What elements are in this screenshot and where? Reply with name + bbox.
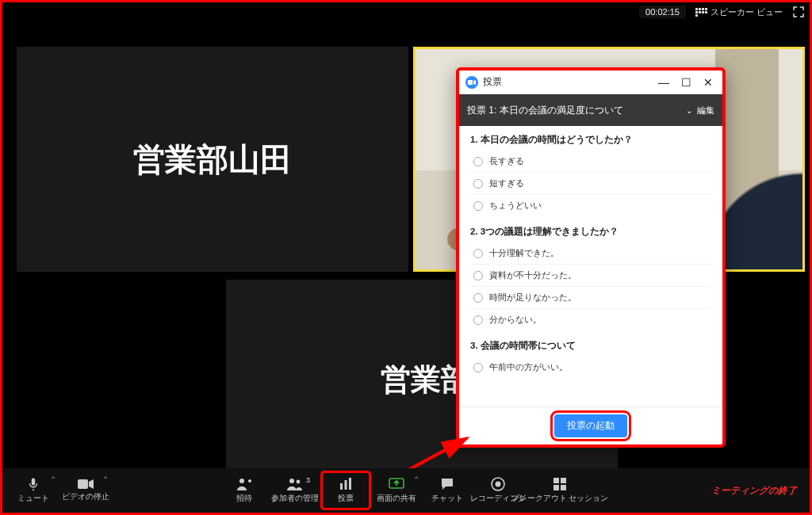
radio-icon — [473, 271, 483, 280]
speaker-view-button[interactable]: スピーカー ビュー — [691, 5, 787, 20]
participant-tile[interactable]: 営業部山田 — [17, 47, 408, 272]
meeting-timer: 00:02:15 — [639, 6, 686, 18]
radio-icon — [473, 315, 483, 325]
poll-option[interactable]: 分からない。 — [470, 309, 711, 330]
poll-option[interactable]: 午前中の方がいい。 — [470, 357, 711, 378]
radio-icon — [473, 157, 483, 166]
manage-participants-button[interactable]: 3 参加者の管理 — [270, 471, 320, 509]
question-title: 2. 3つの議題は理解できましたか？ — [470, 226, 711, 238]
maximize-button[interactable]: ☐ — [675, 71, 697, 93]
zoom-meeting-window: 00:02:15 スピーカー ビュー 営業部山田 営業部鈴: 投票 — [0, 0, 812, 515]
top-bar: 00:02:15 スピーカー ビュー — [2, 2, 810, 21]
poll-window-title: 投票 — [483, 75, 653, 89]
svg-point-4 — [297, 480, 301, 484]
chat-button[interactable]: チャット — [423, 471, 472, 509]
speaker-view-label: スピーカー ビュー — [710, 6, 783, 18]
question-title: 3. 会議の時間帯について — [470, 340, 711, 352]
polls-button[interactable]: 投票 — [321, 471, 370, 509]
radio-icon — [473, 201, 483, 211]
zoom-logo-icon — [465, 76, 478, 89]
svg-rect-5 — [340, 483, 343, 490]
svg-rect-11 — [553, 478, 559, 483]
poll-question: 2. 3つの議題は理解できましたか？ 十分理解できた。 資料が不十分だった。 時… — [470, 226, 711, 330]
svg-rect-14 — [561, 485, 566, 490]
edit-poll-button[interactable]: 編集 — [697, 105, 714, 116]
poll-option[interactable]: 長すぎる — [470, 151, 711, 173]
launch-poll-button[interactable]: 投票の起動 — [554, 414, 627, 437]
svg-rect-6 — [345, 480, 347, 490]
share-screen-button[interactable]: ^ 画面の共有 — [372, 471, 421, 509]
poll-question: 1. 本日の会議の時間はどうでしたか？ 長すぎる 短すぎる ちょうどいい — [470, 134, 711, 216]
poll-option[interactable]: 時間が足りなかった。 — [470, 287, 711, 309]
poll-question: 3. 会議の時間帯について 午前中の方がいい。 — [470, 340, 711, 378]
poll-window: 投票 — ☐ ✕ 投票 1: 本日の会議の満足度について ⌄ 編集 1. 本日の… — [456, 67, 726, 448]
radio-icon — [473, 363, 483, 372]
chevron-down-icon[interactable]: ⌄ — [686, 106, 692, 115]
poll-footer: 投票の起動 — [459, 406, 722, 444]
chevron-up-icon: ^ — [415, 475, 418, 482]
radio-icon — [473, 249, 483, 258]
participant-count: 3 — [306, 476, 310, 484]
poll-option[interactable]: 資料が不十分だった。 — [470, 265, 711, 287]
poll-body: 1. 本日の会議の時間はどうでしたか？ 長すぎる 短すぎる ちょうどいい 2. … — [459, 126, 722, 406]
poll-name: 投票 1: 本日の会議の満足度について — [467, 104, 681, 117]
breakout-rooms-button[interactable]: ブレークアウト セッション — [524, 471, 596, 509]
question-title: 1. 本日の会議の時間はどうでしたか？ — [470, 134, 711, 146]
svg-rect-1 — [78, 479, 88, 489]
radio-icon — [473, 293, 483, 303]
fullscreen-button[interactable] — [792, 6, 805, 18]
video-stage: 営業部山田 営業部鈴: 投票 — ☐ ✕ 投票 1: — [2, 21, 810, 513]
svg-rect-13 — [553, 485, 559, 490]
close-button[interactable]: ✕ — [697, 71, 719, 93]
svg-rect-12 — [561, 478, 566, 483]
stop-video-button[interactable]: ^ ビデオの停止 — [61, 471, 110, 509]
poll-option[interactable]: ちょうどいい — [470, 195, 711, 216]
svg-point-10 — [496, 482, 501, 487]
radio-icon — [473, 179, 483, 189]
svg-point-2 — [239, 479, 244, 483]
poll-titlebar: 投票 — ☐ ✕ — [459, 71, 722, 94]
svg-rect-7 — [349, 478, 351, 490]
minimize-button[interactable]: — — [653, 71, 675, 93]
end-meeting-button[interactable]: ミーティングの終了 — [705, 484, 803, 498]
participant-name: 営業部山田 — [133, 138, 292, 181]
chevron-up-icon: ^ — [52, 475, 55, 482]
poll-option[interactable]: 短すぎる — [470, 173, 711, 195]
chevron-up-icon: ^ — [104, 475, 107, 482]
poll-option[interactable]: 十分理解できた。 — [470, 242, 711, 265]
gallery-grid-icon — [695, 8, 707, 17]
meeting-toolbar: ^ ミュート ^ ビデオの停止 招待 3 参加者の管理 投票 — [2, 468, 810, 513]
svg-point-3 — [289, 479, 294, 483]
mute-button[interactable]: ^ ミュート — [9, 471, 58, 509]
invite-button[interactable]: 招待 — [220, 471, 269, 509]
poll-header: 投票 1: 本日の会議の満足度について ⌄ 編集 — [459, 94, 722, 126]
